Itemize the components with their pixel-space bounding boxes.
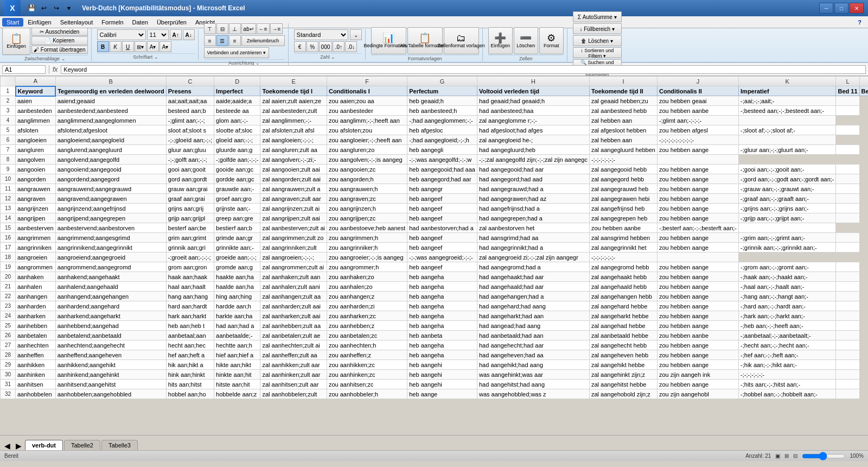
cell-L13[interactable] (836, 204, 859, 213)
cell-F21[interactable]: zou aanhalen;zo (327, 282, 407, 292)
cell-K13[interactable]: -;grijns aan;-;-;grijns aan;- (739, 204, 836, 213)
cell-A9[interactable]: aangooien (16, 165, 56, 174)
cell-F8[interactable]: zou aangolven;-;-;is aangeg (327, 155, 407, 165)
cell-H16[interactable]: had aansgrimd;had aa (477, 233, 589, 243)
cell-J16[interactable]: zou hebben aange (657, 233, 738, 243)
cell-F7[interactable]: zou aangluren;zo (327, 145, 407, 155)
cell-I31[interactable]: zal aangehitst hebbe (589, 380, 657, 389)
cell-A21[interactable]: aanhalen (16, 282, 56, 292)
cell-F28[interactable]: zou aanheffen;z (327, 350, 407, 360)
sheet-tab-tabelle3[interactable]: Tabelle3 (101, 440, 138, 450)
font-decrease-button[interactable]: A↓ (183, 29, 195, 40)
cell-C5[interactable]: sloot af;sloot s (166, 125, 214, 135)
cell-L27[interactable] (836, 340, 859, 350)
cell-L10[interactable] (836, 174, 859, 184)
cell-L12[interactable] (836, 194, 859, 204)
cell-D7[interactable]: gluurde aan;g (214, 145, 260, 155)
cell-J13[interactable]: zou hebben aange (657, 204, 738, 213)
cell-D9[interactable]: gooide aan;gc (214, 165, 260, 174)
col-header-l[interactable]: L (836, 77, 859, 86)
cell-G20[interactable]: heb aangeha (407, 272, 477, 282)
cell-J31[interactable]: zou hebben aange (657, 380, 738, 389)
cell-J22[interactable]: zou hebben aange (657, 292, 738, 301)
cell-L23[interactable] (836, 301, 859, 311)
formula-input[interactable] (61, 65, 866, 74)
paste-button[interactable]: 📋 Einfügen (2, 28, 30, 55)
cell-B32[interactable]: aanhobbelen;aangehobbled (55, 389, 166, 399)
cell-G16[interactable]: heb aangeef (407, 233, 477, 243)
cell-A11[interactable]: aangrauwen (16, 184, 56, 194)
cell-A4[interactable]: aanglimmen (16, 116, 56, 125)
cell-A14[interactable]: aangrijpen (16, 213, 56, 223)
cell-K7[interactable]: -;gluur aan;-;-;gluurt aan;- (739, 145, 836, 155)
format-copy-button[interactable]: 🖌 Format übertragen (31, 46, 88, 54)
cell-C2[interactable]: aai;aait;aait;aa (166, 96, 214, 106)
cell-A23[interactable]: aanharden (16, 301, 56, 311)
cell-D16[interactable]: grimde aan;gr (214, 233, 260, 243)
cell-J27[interactable]: zou hebben aange (657, 340, 738, 350)
cell-J12[interactable]: zou hebben aange (657, 194, 738, 204)
align-middle-button[interactable]: ⊟ (216, 23, 228, 34)
cell-F5[interactable]: zou afsloten;zou (327, 125, 407, 135)
cell-F10[interactable]: zou aangorden;h (327, 174, 407, 184)
cell-I5[interactable]: zal afgesloot hebben (589, 125, 657, 135)
cell-F24[interactable]: zou aanharken;zc (327, 311, 407, 321)
cell-D8[interactable]: -;golfde aan;-;-;- (214, 155, 260, 165)
cell-B17[interactable]: aangrinnikend;aangegrinnikt (55, 243, 166, 253)
cell-F31[interactable]: zou aanhitsen;zc (327, 380, 407, 389)
cell-B6[interactable]: aangloeiend;aangegloeïd (55, 135, 166, 145)
cell-J30[interactable]: zou zijn aangeh ink (657, 370, 738, 380)
cell-H21[interactable]: had aangehaald;had aar (477, 282, 589, 292)
cell-C31[interactable]: hits aan;hitst (166, 380, 214, 389)
cell-L29[interactable] (836, 360, 859, 370)
cell-G13[interactable]: heb aangeef (407, 204, 477, 213)
cell-K5[interactable]: -;sloot af;-;-;sloot af;- (739, 125, 836, 135)
cell-I20[interactable]: zal aangehaakt hebb (589, 272, 657, 282)
cell-C8[interactable]: -;-;golft aan;-;-; (166, 155, 214, 165)
sheet-tab-tabelle2[interactable]: Tabelle2 (64, 440, 100, 450)
col-header-h[interactable]: H (477, 77, 589, 86)
cell-B10[interactable]: aangordend;aangegord (55, 174, 166, 184)
currency-button[interactable]: € (294, 41, 306, 52)
cell-H8[interactable]: -;-;zal aangegolfd zijn;-;-;zal zijn aan… (477, 155, 589, 165)
cell-A32[interactable]: aanhobbelen (16, 389, 56, 399)
cell-E18[interactable]: zal aangroeien;-;-;-; (260, 253, 327, 262)
cell-L20[interactable] (836, 272, 859, 282)
cell-A20[interactable]: aanhaken (16, 272, 56, 282)
cell-B20[interactable]: aanhakend;aangehaakt (55, 272, 166, 282)
cell-E11[interactable]: zal aangrauwen;zult a (260, 184, 327, 194)
cell-D29[interactable]: hikte aan;hikt (214, 360, 260, 370)
cell-D6[interactable]: gloeïd aan;-;-; (214, 135, 260, 145)
cell-D5[interactable]: slootte af;sloc (214, 125, 260, 135)
cell-B21[interactable]: aanhalend;aangehaald (55, 282, 166, 292)
border-button[interactable]: ⊞▾ (135, 41, 146, 52)
cell-C10[interactable]: gord aan;gordt (166, 174, 214, 184)
cell-J10[interactable]: zou hebben aange (657, 174, 738, 184)
cell-B22[interactable]: aanhangend;aangehangen (55, 292, 166, 301)
cell-G31[interactable]: heb aangehi (407, 380, 477, 389)
undo-button[interactable]: ↩ (39, 3, 49, 14)
col-header-i[interactable]: I (589, 77, 657, 86)
cell-B9[interactable]: aangooiend;aangegooid (55, 165, 166, 174)
fill-color-button[interactable]: A▾ (147, 41, 159, 52)
decimal-decrease-button[interactable]: .0↓ (345, 41, 357, 52)
cell-J6[interactable]: -;-;-;-;-;-;-;-;-;- (657, 135, 738, 145)
clear-button[interactable]: 🗑 Löschen ▾ (573, 35, 622, 46)
cell-F19[interactable]: zou aangrommer;h (327, 262, 407, 272)
cell-f1[interactable]: Conditionalis I (327, 86, 407, 96)
cell-D27[interactable]: hechtte aan;h (214, 340, 260, 350)
cell-H31[interactable]: had aangehitst;had aang (477, 380, 589, 389)
cell-L26[interactable] (836, 331, 859, 340)
cell-K12[interactable]: -;graaf aan;-;-;graaft aan;- (739, 194, 836, 204)
cell-H6[interactable]: zal aangegloeid he-; (477, 135, 589, 145)
close-button[interactable]: ✕ (850, 3, 864, 14)
cell-L11[interactable] (836, 184, 859, 194)
cell-K27[interactable]: -;hecht aan;-;-;hecht aan;- (739, 340, 836, 350)
cell-K2[interactable]: -;aai;-;-;aait;- (739, 96, 836, 106)
cell-A29[interactable]: aanhikken (16, 360, 56, 370)
cell-C14[interactable]: grijp aan;grijpl (166, 213, 214, 223)
cell-H5[interactable]: had afgesloot;had afges (477, 125, 589, 135)
view-normal-button[interactable]: ▣ (775, 453, 780, 459)
cell-H23[interactable]: had aangehard;had aang (477, 301, 589, 311)
cell-K25[interactable]: -;heb aan;-;-;heeft aan;- (739, 321, 836, 331)
